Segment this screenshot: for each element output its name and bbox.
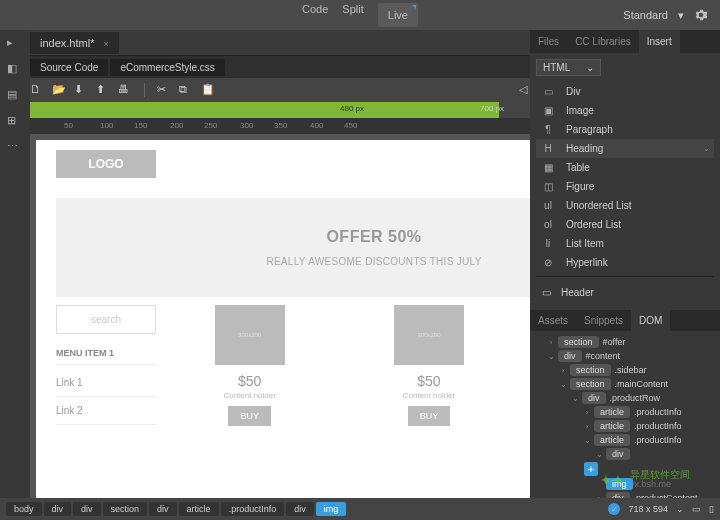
workspace-dropdown-icon[interactable]: ▾ (678, 9, 684, 22)
workspace-switcher[interactable]: Standard (623, 9, 668, 21)
product-card[interactable]: 300x200 $50 Content holder BUY (210, 305, 290, 426)
copy-icon[interactable]: ⧉ (179, 83, 193, 97)
sidebar-link-1[interactable]: Link 1 (56, 369, 156, 397)
tag-pill-selected: img (606, 478, 633, 490)
dom-node-article3[interactable]: ⌄article.productInfo (532, 433, 718, 447)
twisty-icon[interactable]: ⌄ (546, 352, 556, 361)
heading-icon: H (540, 143, 556, 154)
bc-div[interactable]: div (149, 502, 177, 516)
tag-pill: div (582, 392, 606, 404)
insert-div[interactable]: ▭Div (536, 82, 714, 101)
download-icon[interactable]: ⬇ (74, 83, 88, 97)
open-folder-icon[interactable]: 📂 (52, 83, 66, 97)
file-tab-index[interactable]: index.html* × (30, 32, 119, 54)
insert-ul[interactable]: ulUnordered List (536, 196, 714, 215)
split-view-tab[interactable]: Split (342, 3, 363, 27)
bc-article[interactable]: article (179, 502, 219, 516)
insert-icon[interactable]: ⊞ (7, 114, 23, 130)
file-management-icon[interactable]: ▸ (7, 36, 23, 52)
live-view-tab[interactable]: Live (378, 3, 418, 27)
twisty-icon[interactable]: ⌄ (558, 380, 568, 389)
twisty-icon[interactable]: ⌄ (594, 450, 604, 459)
settings-gear-icon[interactable] (694, 8, 708, 22)
files-tab[interactable]: Files (530, 30, 567, 53)
dom-tab[interactable]: DOM (631, 310, 670, 331)
insert-table[interactable]: ▦Table (536, 158, 714, 177)
insert-label: Paragraph (566, 124, 613, 135)
libraries-icon[interactable]: ▤ (7, 88, 23, 104)
add-node-button[interactable]: + (584, 462, 598, 476)
cut-icon[interactable]: ✂ (157, 83, 171, 97)
viewport-dropdown-icon[interactable]: ⌄ (676, 504, 684, 514)
insert-hyperlink[interactable]: ⊘Hyperlink (536, 253, 714, 272)
insert-tab[interactable]: Insert (639, 30, 680, 53)
insert-label: Unordered List (566, 200, 632, 211)
insert-label: Ordered List (566, 219, 621, 230)
dom-node-pc[interactable]: ›div.productContent (532, 491, 718, 498)
twisty-icon[interactable]: › (582, 408, 592, 417)
dom-node-div-inner[interactable]: ⌄div (532, 447, 718, 461)
insert-image[interactable]: ▣Image (536, 101, 714, 120)
figure-icon: ◫ (540, 181, 556, 192)
buy-button[interactable]: BUY (408, 406, 451, 426)
code-view-tab[interactable]: Code (302, 3, 328, 27)
twisty-icon[interactable]: › (546, 338, 556, 347)
new-file-icon[interactable]: 🗋 (30, 83, 44, 97)
insert-ol[interactable]: olOrdered List (536, 215, 714, 234)
ul-icon: ul (540, 200, 556, 211)
insert-category-dropdown[interactable]: HTML (536, 59, 601, 76)
logo-placeholder[interactable]: LOGO (56, 150, 156, 178)
bc-body[interactable]: body (6, 502, 42, 516)
search-input[interactable]: search (56, 305, 156, 334)
bc-div[interactable]: div (286, 502, 314, 516)
bc-div[interactable]: div (73, 502, 101, 516)
insert-paragraph[interactable]: ¶Paragraph (536, 120, 714, 139)
paste-icon[interactable]: 📋 (201, 83, 215, 97)
twisty-icon[interactable]: › (582, 422, 592, 431)
twisty-icon[interactable]: › (558, 366, 568, 375)
stylesheet-tab[interactable]: eCommerceStyle.css (110, 59, 224, 76)
dom-node-offer[interactable]: ›section#offer (532, 335, 718, 349)
more-icon[interactable]: ⋯ (7, 140, 23, 156)
left-tool-rail: ▸ ◧ ▤ ⊞ ⋯ (0, 30, 30, 498)
source-code-tab[interactable]: Source Code (30, 59, 108, 76)
tag-pill: section (570, 378, 611, 390)
cc-libraries-tab[interactable]: CC Libraries (567, 30, 639, 53)
link-icon: ⊘ (540, 257, 556, 268)
buy-button[interactable]: BUY (228, 406, 271, 426)
insert-li[interactable]: liList Item (536, 234, 714, 253)
close-icon[interactable]: × (103, 39, 108, 49)
dom-node-sidebar[interactable]: ›section.sidebar (532, 363, 718, 377)
bc-div[interactable]: div (44, 502, 72, 516)
dom-node-add[interactable]: + (532, 461, 718, 477)
dom-node-content[interactable]: ⌄div#content (532, 349, 718, 363)
sidebar-link-2[interactable]: Link 2 (56, 397, 156, 425)
dom-node-main[interactable]: ⌄section.mainContent (532, 377, 718, 391)
product-image-placeholder[interactable]: 300x200 (394, 305, 464, 365)
twisty-icon[interactable]: ⌄ (570, 394, 580, 403)
snippets-tab[interactable]: Snippets (576, 310, 631, 331)
dom-node-row[interactable]: ⌄div.productRow (532, 391, 718, 405)
product-card[interactable]: 300x200 $50 Content holder BUY (389, 305, 469, 426)
phone-icon[interactable]: ▯ (709, 504, 714, 514)
ruler-tick: 400 (310, 121, 323, 130)
bc-section[interactable]: section (103, 502, 148, 516)
print-icon[interactable]: 🖶 (118, 83, 132, 97)
assets-tab[interactable]: Assets (530, 310, 576, 331)
bc-productinfo[interactable]: .productInfo (221, 502, 285, 516)
twisty-icon[interactable]: ⌄ (582, 436, 592, 445)
ruler-tick: 250 (204, 121, 217, 130)
bc-img[interactable]: img (316, 502, 347, 516)
insert-heading[interactable]: HHeading⌄ (536, 139, 714, 158)
device-icon[interactable]: ▭ (692, 504, 701, 514)
product-image-placeholder[interactable]: 300x200 (215, 305, 285, 365)
upload-icon[interactable]: ⬆ (96, 83, 110, 97)
extract-icon[interactable]: ◧ (7, 62, 23, 78)
dom-node-article2[interactable]: ›article.productInfo (532, 419, 718, 433)
insert-figure[interactable]: ◫Figure (536, 177, 714, 196)
dom-node-article1[interactable]: ›article.productInfo (532, 405, 718, 419)
status-ok-icon[interactable]: ✓ (608, 503, 620, 515)
selector-text: #content (586, 351, 621, 361)
insert-header[interactable]: ▭Header (536, 281, 714, 304)
dom-node-img[interactable]: img (532, 477, 718, 491)
